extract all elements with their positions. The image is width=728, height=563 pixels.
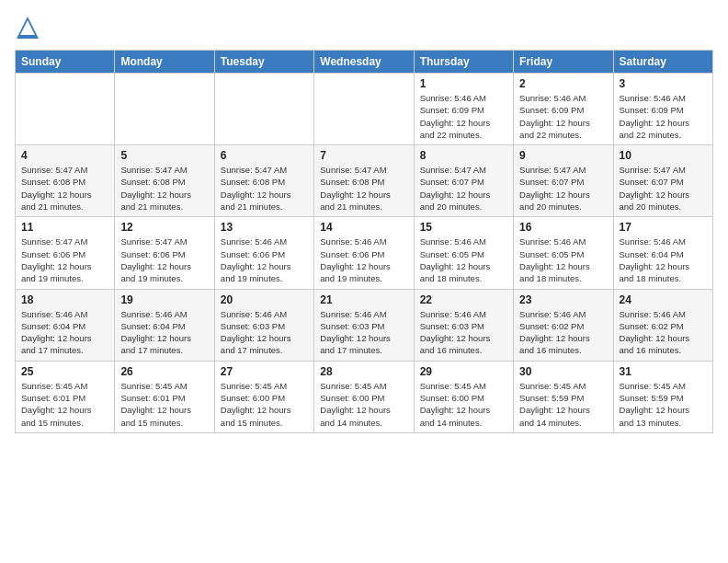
cell-content: Sunrise: 5:47 AM Sunset: 6:08 PM Dayligh… (221, 164, 308, 213)
calendar-cell: 16Sunrise: 5:46 AM Sunset: 6:05 PM Dayli… (514, 217, 613, 289)
cell-content: Sunrise: 5:46 AM Sunset: 6:05 PM Dayligh… (420, 236, 507, 284)
calendar-cell: 17Sunrise: 5:46 AM Sunset: 6:04 PM Dayli… (613, 217, 712, 289)
day-number: 1 (420, 77, 507, 90)
cell-content: Sunrise: 5:47 AM Sunset: 6:08 PM Dayligh… (320, 164, 407, 213)
weekday-header-saturday: Saturday (613, 51, 712, 74)
cell-content: Sunrise: 5:46 AM Sunset: 6:03 PM Dayligh… (420, 308, 507, 357)
day-number: 10 (620, 149, 707, 162)
cell-content: Sunrise: 5:46 AM Sunset: 6:09 PM Dayligh… (620, 92, 707, 141)
calendar-cell: 13Sunrise: 5:46 AM Sunset: 6:06 PM Dayli… (214, 217, 313, 289)
cell-content: Sunrise: 5:46 AM Sunset: 6:02 PM Dayligh… (620, 308, 707, 357)
calendar-cell (214, 74, 313, 145)
calendar-cell: 30Sunrise: 5:45 AM Sunset: 5:59 PM Dayli… (514, 361, 613, 432)
calendar-cell: 26Sunrise: 5:45 AM Sunset: 6:01 PM Dayli… (115, 361, 214, 432)
day-number: 16 (519, 221, 607, 234)
cell-content: Sunrise: 5:47 AM Sunset: 6:08 PM Dayligh… (21, 164, 108, 213)
day-number: 3 (620, 77, 707, 90)
calendar-cell: 14Sunrise: 5:46 AM Sunset: 6:06 PM Dayli… (314, 217, 414, 289)
calendar-cell: 10Sunrise: 5:47 AM Sunset: 6:07 PM Dayli… (613, 145, 712, 217)
cell-content: Sunrise: 5:45 AM Sunset: 6:01 PM Dayligh… (21, 380, 108, 429)
calendar-cell: 4Sunrise: 5:47 AM Sunset: 6:08 PM Daylig… (16, 145, 115, 217)
calendar-week-3: 11Sunrise: 5:47 AM Sunset: 6:06 PM Dayli… (16, 217, 713, 289)
calendar-cell: 25Sunrise: 5:45 AM Sunset: 6:01 PM Dayli… (16, 361, 115, 432)
day-number: 11 (21, 221, 108, 234)
calendar-cell: 3Sunrise: 5:46 AM Sunset: 6:09 PM Daylig… (613, 74, 712, 145)
day-number: 28 (320, 365, 407, 378)
day-number: 24 (620, 293, 707, 306)
weekday-header-sunday: Sunday (16, 51, 115, 74)
calendar-cell: 2Sunrise: 5:46 AM Sunset: 6:09 PM Daylig… (514, 74, 613, 145)
calendar-cell: 11Sunrise: 5:47 AM Sunset: 6:06 PM Dayli… (16, 217, 115, 289)
calendar-week-4: 18Sunrise: 5:46 AM Sunset: 6:04 PM Dayli… (16, 289, 713, 361)
cell-content: Sunrise: 5:46 AM Sunset: 6:06 PM Dayligh… (221, 236, 308, 284)
calendar-cell: 6Sunrise: 5:47 AM Sunset: 6:08 PM Daylig… (214, 145, 313, 217)
day-number: 13 (221, 221, 308, 234)
cell-content: Sunrise: 5:47 AM Sunset: 6:06 PM Dayligh… (21, 236, 108, 284)
day-number: 26 (120, 365, 208, 378)
calendar-week-5: 25Sunrise: 5:45 AM Sunset: 6:01 PM Dayli… (16, 361, 713, 432)
day-number: 15 (420, 221, 507, 234)
weekday-header-thursday: Thursday (414, 51, 513, 74)
day-number: 9 (519, 149, 607, 162)
calendar-week-2: 4Sunrise: 5:47 AM Sunset: 6:08 PM Daylig… (16, 145, 713, 217)
cell-content: Sunrise: 5:47 AM Sunset: 6:07 PM Dayligh… (620, 164, 707, 213)
calendar-body: 1Sunrise: 5:46 AM Sunset: 6:09 PM Daylig… (16, 74, 713, 433)
day-number: 7 (320, 149, 407, 162)
calendar-cell (16, 74, 115, 145)
calendar-cell (115, 74, 214, 145)
day-number: 5 (120, 149, 208, 162)
calendar-cell: 1Sunrise: 5:46 AM Sunset: 6:09 PM Daylig… (414, 74, 513, 145)
cell-content: Sunrise: 5:46 AM Sunset: 6:06 PM Dayligh… (320, 236, 407, 284)
cell-content: Sunrise: 5:46 AM Sunset: 6:03 PM Dayligh… (221, 308, 308, 357)
day-number: 21 (320, 293, 407, 306)
calendar-cell: 28Sunrise: 5:45 AM Sunset: 6:00 PM Dayli… (314, 361, 414, 432)
cell-content: Sunrise: 5:47 AM Sunset: 6:06 PM Dayligh… (120, 236, 208, 284)
cell-content: Sunrise: 5:46 AM Sunset: 6:02 PM Dayligh… (519, 308, 607, 357)
calendar-cell (314, 74, 414, 145)
calendar-cell: 29Sunrise: 5:45 AM Sunset: 6:00 PM Dayli… (414, 361, 513, 432)
day-number: 8 (420, 149, 507, 162)
calendar-cell: 18Sunrise: 5:46 AM Sunset: 6:04 PM Dayli… (16, 289, 115, 361)
logo (15, 15, 44, 40)
calendar-cell: 24Sunrise: 5:46 AM Sunset: 6:02 PM Dayli… (613, 289, 712, 361)
day-number: 31 (620, 365, 707, 378)
day-number: 27 (221, 365, 308, 378)
day-number: 30 (519, 365, 607, 378)
day-number: 2 (519, 77, 607, 90)
cell-content: Sunrise: 5:47 AM Sunset: 6:08 PM Dayligh… (120, 164, 208, 213)
day-number: 14 (320, 221, 407, 234)
logo-icon (15, 15, 40, 40)
cell-content: Sunrise: 5:45 AM Sunset: 6:00 PM Dayligh… (221, 380, 308, 429)
day-number: 22 (420, 293, 507, 306)
cell-content: Sunrise: 5:47 AM Sunset: 6:07 PM Dayligh… (519, 164, 607, 213)
day-number: 20 (221, 293, 308, 306)
cell-content: Sunrise: 5:45 AM Sunset: 5:59 PM Dayligh… (519, 380, 607, 429)
cell-content: Sunrise: 5:45 AM Sunset: 6:00 PM Dayligh… (420, 380, 507, 429)
calendar-cell: 12Sunrise: 5:47 AM Sunset: 6:06 PM Dayli… (115, 217, 214, 289)
weekday-header-monday: Monday (115, 51, 214, 74)
calendar-cell: 7Sunrise: 5:47 AM Sunset: 6:08 PM Daylig… (314, 145, 414, 217)
calendar-cell: 23Sunrise: 5:46 AM Sunset: 6:02 PM Dayli… (514, 289, 613, 361)
weekday-header-wednesday: Wednesday (314, 51, 414, 74)
header (15, 15, 713, 40)
weekday-header-tuesday: Tuesday (214, 51, 313, 74)
calendar-cell: 31Sunrise: 5:45 AM Sunset: 5:59 PM Dayli… (613, 361, 712, 432)
cell-content: Sunrise: 5:46 AM Sunset: 6:04 PM Dayligh… (620, 236, 707, 284)
calendar-week-1: 1Sunrise: 5:46 AM Sunset: 6:09 PM Daylig… (16, 74, 713, 145)
day-number: 19 (120, 293, 208, 306)
calendar-cell: 8Sunrise: 5:47 AM Sunset: 6:07 PM Daylig… (414, 145, 513, 217)
cell-content: Sunrise: 5:46 AM Sunset: 6:04 PM Dayligh… (120, 308, 208, 357)
calendar-cell: 5Sunrise: 5:47 AM Sunset: 6:08 PM Daylig… (115, 145, 214, 217)
day-number: 4 (21, 149, 108, 162)
calendar-cell: 15Sunrise: 5:46 AM Sunset: 6:05 PM Dayli… (414, 217, 513, 289)
cell-content: Sunrise: 5:46 AM Sunset: 6:04 PM Dayligh… (21, 308, 108, 357)
weekday-header-row: SundayMondayTuesdayWednesdayThursdayFrid… (16, 51, 713, 74)
day-number: 18 (21, 293, 108, 306)
cell-content: Sunrise: 5:45 AM Sunset: 6:01 PM Dayligh… (120, 380, 208, 429)
day-number: 12 (120, 221, 208, 234)
cell-content: Sunrise: 5:46 AM Sunset: 6:09 PM Dayligh… (420, 92, 507, 141)
calendar-cell: 9Sunrise: 5:47 AM Sunset: 6:07 PM Daylig… (514, 145, 613, 217)
day-number: 25 (21, 365, 108, 378)
cell-content: Sunrise: 5:47 AM Sunset: 6:07 PM Dayligh… (420, 164, 507, 213)
calendar-cell: 21Sunrise: 5:46 AM Sunset: 6:03 PM Dayli… (314, 289, 414, 361)
